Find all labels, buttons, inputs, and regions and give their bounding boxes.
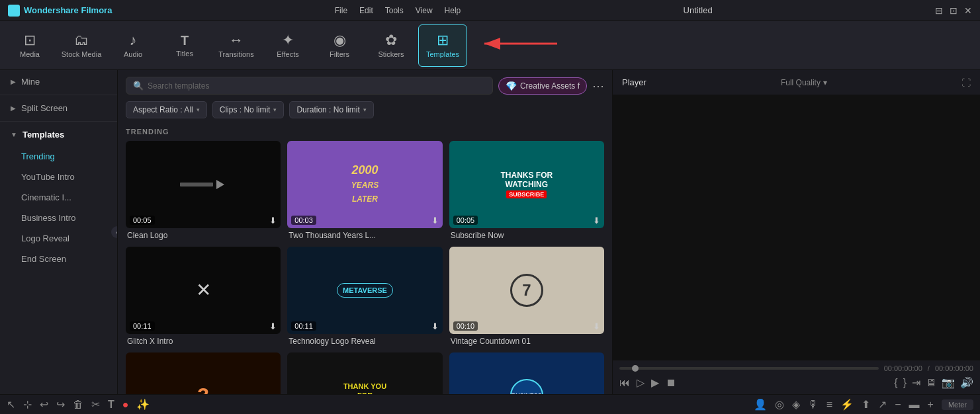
zoom-slider-icon[interactable]: ▬	[909, 399, 920, 411]
ai-icon[interactable]: ⚡	[840, 398, 854, 411]
add-to-timeline-button[interactable]: ⇥	[912, 376, 920, 389]
toolbar-item-media[interactable]: ⊡ Media	[5, 24, 54, 67]
toolbar-label-templates: Templates	[426, 50, 459, 58]
minimize-icon[interactable]: ⊟	[935, 5, 943, 16]
sidebar-sub-logo-reveal[interactable]: Logo Reveal	[0, 228, 117, 249]
player-quality-selector[interactable]: Full Quality ▾	[781, 78, 827, 87]
sidebar-item-mine[interactable]: ▶ Mine	[0, 70, 117, 93]
close-icon[interactable]: ✕	[964, 5, 972, 16]
progress-bar[interactable]	[619, 367, 879, 370]
sidebar-sub-cinematic[interactable]: Cinematic I...	[0, 187, 117, 208]
snapshot-button[interactable]: 📷	[942, 376, 955, 389]
thumb-download-subscribe[interactable]: ⬇	[593, 216, 600, 226]
toolbar-item-effects[interactable]: ✦ Effects	[263, 24, 312, 67]
skip-back-button[interactable]: ⏮	[619, 377, 630, 389]
character-icon[interactable]: 👤	[754, 398, 767, 411]
maximize-icon[interactable]: ⊡	[950, 5, 958, 16]
export-icon[interactable]: ⬆	[862, 398, 870, 411]
toolbar-item-titles[interactable]: T Titles	[160, 24, 209, 67]
template-card-business[interactable]: BUSINESS 00:09	[449, 352, 604, 394]
sidebar-sub-trending[interactable]: Trending	[0, 146, 117, 167]
select-tool-icon[interactable]: ↖	[7, 398, 15, 411]
volume-button[interactable]: 🔊	[960, 376, 973, 389]
redo-icon[interactable]: ↪	[56, 398, 65, 411]
sidebar-sub-youtube-intro[interactable]: YouTube Intro	[0, 167, 117, 187]
transitions-icon: ↔	[229, 33, 244, 48]
template-card-fire3[interactable]: 3 00:07	[126, 352, 281, 394]
player-controls: 00:00:00:00 / 00:00:00:00 ⏮ ▷ ▶ ⏹ { } ⇥ …	[613, 360, 980, 394]
toolbar-item-transitions[interactable]: ↔ Transitions	[212, 24, 261, 67]
stickers-icon: ✿	[385, 33, 397, 48]
template-card-technology[interactable]: METAVERSE 00:11 ⬇ Technology Logo Reveal	[287, 247, 442, 346]
thumb-download-vintage[interactable]: ⬇	[593, 321, 600, 331]
svg-marker-3	[216, 180, 224, 189]
more-options-button[interactable]: ⋯	[592, 79, 604, 93]
scissors-icon[interactable]: ✂	[91, 398, 100, 411]
brand: Wondershare Filmora	[8, 5, 112, 17]
subtitles-icon[interactable]: ≡	[826, 399, 832, 411]
microphone-icon[interactable]: 🎙	[808, 399, 819, 411]
creative-assets-button[interactable]: 💎 Creative Assets f	[498, 77, 587, 95]
share-icon[interactable]: ↗	[878, 398, 887, 411]
toolbar-item-filters[interactable]: ◉ Filters	[315, 24, 364, 67]
delete-icon[interactable]: 🗑	[73, 399, 83, 411]
search-input[interactable]	[148, 81, 486, 91]
search-input-wrap[interactable]: 🔍	[126, 77, 493, 95]
template-card-clean-logo[interactable]: 00:05 ⬇ Clean Logo	[126, 141, 281, 240]
menu-help[interactable]: Help	[445, 6, 461, 15]
duration-filter[interactable]: Duration : No limit ▾	[289, 101, 373, 118]
filters-bar: Aspect Ratio : All ▾ Clips : No limit ▾ …	[118, 99, 612, 124]
menu-tools[interactable]: Tools	[385, 6, 404, 15]
template-thumb-vintage: 7 00:10 ⬇	[449, 247, 604, 334]
frame-back-button[interactable]: ▷	[637, 376, 645, 389]
play-button[interactable]: ▶	[651, 376, 659, 389]
stop-button[interactable]: ⏹	[666, 377, 676, 389]
thumb-download-glitch[interactable]: ⬇	[269, 321, 277, 331]
template-thumb-clean-logo: 00:05 ⬇	[126, 141, 281, 228]
thumb-download-two-thousand[interactable]: ⬇	[431, 216, 439, 226]
template-thumb-glitch: ✕ 00:11 ⬇	[126, 247, 281, 334]
sidebar-sub-end-screen[interactable]: End Screen	[0, 249, 117, 269]
time-separator: /	[928, 364, 930, 372]
template-name-vintage: Vintage Countdown 01	[449, 337, 604, 346]
template-card-vintage[interactable]: 7 00:10 ⬇ Vintage Countdown 01	[449, 247, 604, 346]
template-card-two-thousand[interactable]: 2000YEARSLATER 00:03 ⬇ Two Thousand Year…	[287, 141, 442, 240]
aspect-ratio-filter[interactable]: Aspect Ratio : All ▾	[126, 101, 207, 118]
pointer-tool-icon[interactable]: ⊹	[23, 398, 32, 411]
mark-out-button[interactable]: }	[903, 377, 907, 389]
toolbar-item-stock-media[interactable]: 🗂 Stock Media	[57, 24, 106, 67]
menu-view[interactable]: View	[416, 6, 433, 15]
sidebar-sub-business-intro[interactable]: Business Intro	[0, 208, 117, 228]
template-card-glitch[interactable]: ✕ 00:11 ⬇ Glitch X Intro	[126, 247, 281, 346]
meter-label: Meter	[942, 399, 973, 410]
monitor-button[interactable]: 🖥	[926, 377, 936, 389]
templates-icon: ⊞	[437, 33, 449, 48]
divider	[0, 95, 117, 95]
motion-icon[interactable]: ◎	[775, 398, 784, 411]
sidebar-item-split-screen[interactable]: ▶ Split Screen	[0, 97, 117, 120]
menu-file[interactable]: File	[335, 6, 347, 15]
thumb-download-clean-logo[interactable]: ⬇	[269, 216, 277, 226]
clips-filter[interactable]: Clips : No limit ▾	[212, 101, 285, 118]
text-tool-icon[interactable]: T	[108, 399, 114, 411]
toolbar-item-templates[interactable]: ⊞ Templates	[418, 24, 467, 67]
tab-player[interactable]: Player	[622, 77, 646, 87]
toolbar-label-effects: Effects	[277, 50, 298, 58]
zoom-out-icon[interactable]: −	[895, 399, 901, 411]
progress-handle[interactable]	[632, 365, 639, 372]
template-name-technology: Technology Logo Reveal	[287, 337, 442, 346]
toolbar-item-stickers[interactable]: ✿ Stickers	[367, 24, 416, 67]
undo-icon[interactable]: ↩	[40, 398, 48, 411]
toolbar-item-audio[interactable]: ♪ Audio	[109, 24, 157, 67]
mark-in-button[interactable]: {	[894, 377, 897, 389]
thumb-download-technology[interactable]: ⬇	[431, 321, 439, 331]
menu-edit[interactable]: Edit	[359, 6, 373, 15]
template-card-thankyou[interactable]: THANK YOUFORWATCHING 00:06	[287, 352, 442, 394]
sidebar-item-templates-section[interactable]: ▼ Templates	[0, 123, 117, 146]
zoom-in-icon[interactable]: +	[928, 399, 934, 411]
keyframe-icon[interactable]: ◈	[792, 398, 800, 411]
magic-wand-icon[interactable]: ✨	[136, 398, 150, 411]
template-card-subscribe[interactable]: THANKS FORWATCHINGSUBSCRIBE 00:05 ⬇ Subs…	[449, 141, 604, 240]
sidebar-label-templates-section: Templates	[22, 130, 64, 140]
player-expand-icon[interactable]: ⛶	[961, 77, 971, 88]
